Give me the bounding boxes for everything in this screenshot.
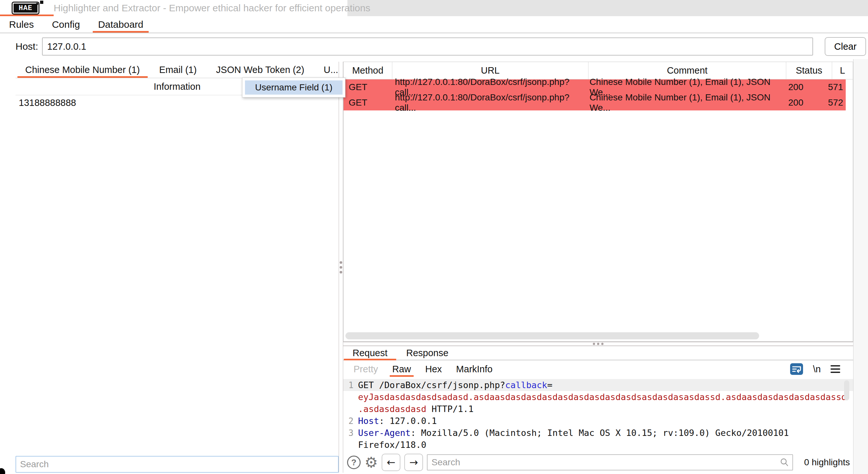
splitter-grip-icon (593, 343, 603, 345)
panel-splitter-horizontal[interactable] (343, 342, 853, 346)
nav-tab-label: Databoard (98, 19, 143, 30)
host-label: Host: (16, 41, 38, 52)
extractor-tab-strip: Chinese Mobile Number (1)Email (1)JSON W… (16, 62, 339, 78)
hae-logo-icon: HAE (12, 2, 39, 14)
nav-tab[interactable]: Databoard (89, 16, 152, 33)
nav-tab[interactable]: Config (43, 16, 89, 33)
clear-button[interactable]: Clear (825, 37, 866, 56)
extractor-tab[interactable]: Chinese Mobile Number (1) (16, 62, 150, 78)
cell-length: 572 (828, 98, 846, 108)
search-icon (779, 458, 789, 467)
tab-response[interactable]: Response (397, 346, 458, 360)
extractor-tab[interactable]: Email (1) (150, 62, 207, 78)
traffic-panel: Method URL Comment Status L GET http://1… (343, 62, 853, 474)
raw-request-editor[interactable]: 1 GET /DoraBox/csrf/jsonp.php?callback= … (343, 378, 853, 453)
extractor-panel: Chinese Mobile Number (1)Email (1)JSON W… (16, 62, 339, 473)
content-area: Chinese Mobile Number (1)Email (1)JSON W… (0, 59, 868, 474)
editor-row: 1 GET /DoraBox/csrf/jsonp.php?callback= (343, 379, 853, 391)
extractor-tab-label: Email (1) (159, 65, 197, 75)
logo-text: HAE (19, 4, 33, 12)
help-icon[interactable]: ? (347, 455, 361, 469)
hae-extension-window: HAE Highlighter and Extractor - Empower … (0, 0, 868, 474)
vertical-scrollbar[interactable] (844, 380, 849, 400)
code-text: GET /DoraBox/csrf/jsonp.php?callback= (358, 380, 552, 390)
menu-item-username-field[interactable]: Username Field (1) (245, 80, 343, 95)
tab-overflow-menu: Username Field (1) (242, 77, 345, 98)
extension-tab-active[interactable]: HAE Highlighter and Extractor - Empower … (0, 0, 347, 16)
line-number: 1 (343, 380, 358, 390)
tab-request[interactable]: Request (343, 346, 397, 360)
cell-length: 571 (828, 82, 846, 92)
column-header-method[interactable]: Method (343, 62, 392, 79)
cell-method: GET (343, 98, 392, 108)
extractor-tab[interactable]: JSON Web Token (2) (207, 62, 314, 78)
editor-row: .asdasdasdasd HTTP/1.1 (343, 403, 853, 415)
extractor-tabs: Chinese Mobile Number (1)Email (1)JSON W… (16, 62, 348, 78)
panel-splitter-vertical[interactable] (339, 62, 343, 473)
splitter-grip-icon (340, 261, 342, 273)
extracted-data-list: 13188888888 (16, 95, 339, 456)
cell-status: 200 (782, 82, 828, 92)
editor-lines: 1 GET /DoraBox/csrf/jsonp.php?callback= … (343, 379, 853, 451)
editor-row: 3 User-Agent: Mozilla/5.0 (Macintosh; In… (343, 427, 853, 439)
extractor-tab-label: JSON Web Token (2) (216, 65, 304, 75)
newline-toggle-icon[interactable]: \n (813, 364, 821, 375)
host-input[interactable] (42, 37, 813, 56)
gear-icon[interactable]: ⚙ (365, 455, 378, 470)
editor-search-toolbar: ? ⚙ ← → 0 highlights (343, 453, 853, 474)
code-text: User-Agent: Mozilla/5.0 (Macintosh; Inte… (358, 428, 789, 438)
editor-menu-icon[interactable] (831, 365, 840, 373)
editor-search-wrap (427, 454, 793, 470)
tab-markinfo[interactable]: MarkInfo (449, 360, 500, 378)
word-wrap-toggle-icon[interactable] (790, 363, 803, 375)
editor-mode-bar: Pretty Raw Hex MarkInfo \n (343, 360, 853, 378)
editor-row: eyJasdasdasdasdsadasd.asdaasdasdasdasdas… (343, 391, 853, 403)
code-text: eyJasdasdasdasdsadasd.asdaasdasdasdasdas… (358, 392, 847, 402)
code-text: Firefox/118.0 (358, 440, 426, 450)
extension-banner: HAE Highlighter and Extractor - Empower … (0, 0, 868, 16)
extension-title: Highlighter and Extractor - Empower ethi… (54, 0, 370, 16)
prev-match-button[interactable]: ← (382, 454, 400, 471)
traffic-row[interactable]: GET http://127.0.0.1:80/DoraBox/csrf/jso… (343, 95, 846, 110)
highlights-count: 0 highlights (804, 457, 850, 468)
tab-raw[interactable]: Raw (385, 360, 418, 378)
next-match-button[interactable]: → (404, 454, 423, 471)
editor-row: Firefox/118.0 (343, 439, 853, 451)
horizontal-scrollbar[interactable] (345, 332, 759, 339)
logo-pixel-decoration (36, 3, 38, 5)
editor-mode-icons: \n (790, 363, 853, 375)
message-viewer: Request Response Pretty Raw Hex MarkInfo (343, 346, 853, 474)
extractor-tab-label: Chinese Mobile Number (1) (25, 65, 140, 75)
logo-pixel-decoration (40, 1, 43, 4)
column-header-status[interactable]: Status (786, 62, 832, 79)
traffic-table: Method URL Comment Status L GET http://1… (343, 62, 853, 342)
cell-comment: Chinese Mobile Number (1), Email (1), JS… (586, 92, 782, 113)
host-bar: Host: Clear (0, 34, 868, 59)
cell-status: 200 (782, 98, 828, 108)
traffic-table-body: GET http://127.0.0.1:80/DoraBox/csrf/jso… (343, 79, 853, 110)
nav-tab-label: Config (52, 19, 80, 30)
code-text: .asdasdasdasd HTTP/1.1 (358, 404, 474, 414)
tab-pretty[interactable]: Pretty (346, 360, 385, 378)
message-tabs: Request Response (343, 346, 853, 360)
extractor-tab-label: U... (324, 65, 338, 75)
cell-url: http://127.0.0.1:80/DoraBox/csrf/jsonp.p… (392, 92, 586, 113)
background-window-corner (0, 468, 5, 474)
nav-tab-label: Rules (9, 19, 34, 30)
extracted-value: 13188888888 (19, 98, 76, 108)
line-number: 2 (343, 416, 358, 426)
extractor-search-input[interactable] (16, 456, 339, 473)
code-text: Host: 127.0.0.1 (358, 416, 437, 426)
nav-tab[interactable]: Rules (0, 16, 43, 33)
nav-tabs: RulesConfigDataboard (0, 16, 868, 33)
editor-search-input[interactable] (427, 454, 793, 470)
line-number: 3 (343, 428, 358, 438)
cell-method: GET (343, 82, 392, 92)
tab-hex[interactable]: Hex (418, 360, 449, 378)
window-right-gutter (853, 59, 868, 474)
editor-row: 2 Host: 127.0.0.1 (343, 415, 853, 427)
column-header-length[interactable]: L (832, 62, 853, 79)
